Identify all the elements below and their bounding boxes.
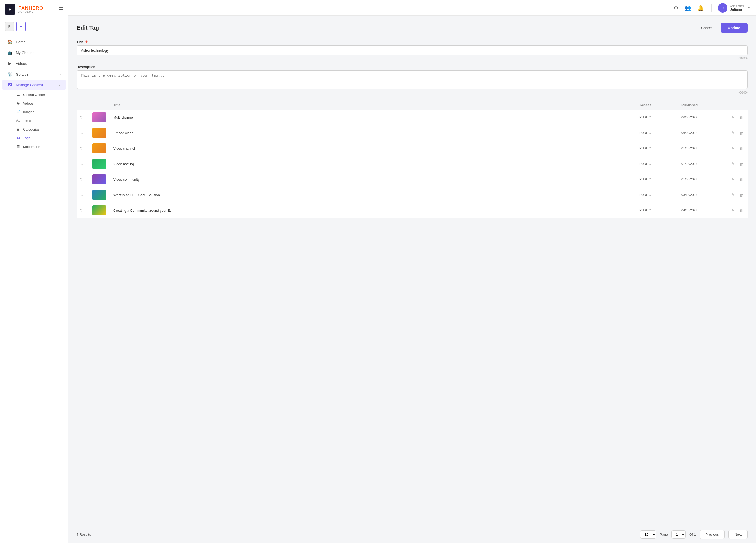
- title-input[interactable]: [77, 45, 748, 55]
- images-icon: 📄: [16, 110, 20, 114]
- cancel-button[interactable]: Cancel: [696, 24, 717, 32]
- sidebar-item-sub-videos[interactable]: ◉ Videos: [2, 99, 66, 107]
- thumbnail-5: [92, 190, 106, 200]
- row-actions-6: ✎ 🗑: [723, 207, 744, 214]
- topbar: ⚙ 👥 🔔 J Administrator Juliana ▾: [68, 0, 756, 16]
- access-cell-1: PUBLIC: [639, 131, 681, 135]
- thumb-cell-4: [92, 174, 113, 184]
- table-row: ⇅ What is an OTT SaaS Solution PUBLIC 03…: [77, 187, 748, 203]
- page-title: Edit Tag: [77, 24, 99, 31]
- update-button[interactable]: Update: [721, 23, 748, 33]
- sort-icon-5: ⇅: [80, 193, 83, 197]
- sort-icon-6: ⇅: [80, 208, 83, 212]
- sort-icon-1: ⇅: [80, 131, 83, 135]
- sidebar-item-texts-label: Texts: [23, 119, 31, 123]
- title-cell-6: Creating a Community around your Ed...: [113, 208, 639, 212]
- hamburger-button[interactable]: ☰: [59, 6, 63, 13]
- manage-content-icon: 🖼: [7, 82, 13, 87]
- description-label: Description: [77, 65, 748, 69]
- description-textarea[interactable]: [77, 70, 748, 89]
- sort-icon-2: ⇅: [80, 146, 83, 150]
- sort-icon-3: ⇅: [80, 162, 83, 166]
- page-label: Page: [660, 532, 668, 536]
- edit-button-6[interactable]: ✎: [730, 207, 736, 214]
- sort-handle-2[interactable]: ⇅: [80, 146, 92, 151]
- delete-button-0[interactable]: 🗑: [738, 114, 744, 121]
- col-access: Access: [639, 103, 681, 107]
- edit-button-3[interactable]: ✎: [730, 160, 736, 167]
- topbar-user[interactable]: J Administrator Juliana ▾: [718, 3, 750, 13]
- published-cell-5: 03/14/2023: [681, 193, 723, 197]
- thumb-cell-2: [92, 143, 113, 153]
- go-live-arrow-icon: ›: [60, 72, 61, 76]
- access-cell-3: PUBLIC: [639, 162, 681, 166]
- manage-content-arrow-icon: ∨: [58, 83, 61, 87]
- previous-button[interactable]: Previous: [700, 530, 725, 539]
- sidebar-item-sub-videos-label: Videos: [23, 101, 34, 105]
- notifications-button[interactable]: 🔔: [696, 4, 705, 12]
- thumbnail-3: [92, 159, 106, 169]
- next-button[interactable]: Next: [728, 530, 748, 539]
- table-row: ⇅ Embed video PUBLIC 06/30/2022 ✎ 🗑: [77, 125, 748, 141]
- texts-icon: Aa: [16, 118, 20, 123]
- sidebar-item-manage-content[interactable]: 🖼 Manage Content ∨: [2, 80, 66, 90]
- table-row: ⇅ Video hosting PUBLIC 01/24/2023 ✎ 🗑: [77, 156, 748, 172]
- delete-button-2[interactable]: 🗑: [738, 145, 744, 152]
- sidebar-item-tags[interactable]: 🏷 Tags: [2, 134, 66, 142]
- description-char-count: (0/100): [77, 91, 748, 94]
- delete-button-5[interactable]: 🗑: [738, 191, 744, 198]
- edit-button-2[interactable]: ✎: [730, 145, 736, 152]
- sort-handle-1[interactable]: ⇅: [80, 130, 92, 135]
- moderation-icon: ☰: [16, 144, 20, 149]
- sidebar-item-my-channel[interactable]: 📺 My Channel ›: [2, 48, 66, 58]
- table-row: ⇅ Video channel PUBLIC 01/03/2023 ✎ 🗑: [77, 141, 748, 156]
- sidebar-item-images[interactable]: 📄 Images: [2, 108, 66, 116]
- description-form-group: Description (0/100): [77, 65, 748, 94]
- delete-button-4[interactable]: 🗑: [738, 176, 744, 183]
- sidebar-item-go-live[interactable]: 📡 Go Live ›: [2, 69, 66, 79]
- content-table: Title Access Published ⇅ Multi channel P…: [77, 100, 748, 218]
- sub-videos-icon: ◉: [16, 101, 20, 105]
- sort-handle-6[interactable]: ⇅: [80, 208, 92, 213]
- sidebar-item-categories[interactable]: ⊞ Categories: [2, 125, 66, 133]
- title-char-count: (16/30): [77, 56, 748, 60]
- sidebar-item-videos[interactable]: ▶ Videos: [2, 58, 66, 69]
- col-title: Title: [113, 103, 639, 107]
- user-name: Juliana: [730, 7, 745, 11]
- user-chevron-icon: ▾: [748, 6, 750, 10]
- page-size-select[interactable]: 10 25 50: [640, 530, 656, 539]
- thumbnail-1: [92, 128, 106, 138]
- sort-handle-5[interactable]: ⇅: [80, 192, 92, 197]
- sort-handle-0[interactable]: ⇅: [80, 115, 92, 120]
- edit-button-4[interactable]: ✎: [730, 176, 736, 183]
- sidebar-item-texts[interactable]: Aa Texts: [2, 116, 66, 125]
- edit-button-1[interactable]: ✎: [730, 129, 736, 136]
- main-content: ⚙ 👥 🔔 J Administrator Juliana ▾ Edit Tag…: [68, 0, 756, 543]
- table-row: ⇅ Video community PUBLIC 01/30/2023 ✎ 🗑: [77, 172, 748, 187]
- sidebar-item-images-label: Images: [23, 110, 34, 114]
- table-row: ⇅ Creating a Community around your Ed...…: [77, 203, 748, 218]
- add-channel-button[interactable]: +: [16, 22, 26, 31]
- edit-button-5[interactable]: ✎: [730, 191, 736, 198]
- users-button[interactable]: 👥: [684, 4, 692, 12]
- sort-handle-4[interactable]: ⇅: [80, 177, 92, 182]
- title-form-group: Title ★ (16/30): [77, 40, 748, 60]
- table-rows-container: ⇅ Multi channel PUBLIC 06/30/2022 ✎ 🗑 ⇅ …: [77, 110, 748, 218]
- col-sort: [80, 103, 92, 107]
- thumb-cell-5: [92, 190, 113, 200]
- sidebar-item-home[interactable]: 🏠 Home: [2, 37, 66, 47]
- settings-button[interactable]: ⚙: [673, 4, 679, 12]
- sort-handle-3[interactable]: ⇅: [80, 161, 92, 166]
- delete-button-1[interactable]: 🗑: [738, 129, 744, 136]
- edit-button-0[interactable]: ✎: [730, 114, 736, 121]
- title-cell-5: What is an OTT SaaS Solution: [113, 193, 639, 197]
- sidebar-item-tags-label: Tags: [23, 136, 30, 140]
- delete-button-3[interactable]: 🗑: [738, 160, 744, 167]
- delete-button-6[interactable]: 🗑: [738, 207, 744, 214]
- sidebar-item-upload-center[interactable]: ☁ Upload Center: [2, 90, 66, 99]
- access-cell-5: PUBLIC: [639, 193, 681, 197]
- page-number-select[interactable]: 1: [671, 530, 686, 539]
- sidebar-item-videos-label: Videos: [16, 61, 61, 66]
- sidebar-item-moderation[interactable]: ☰ Moderation: [2, 142, 66, 151]
- sidebar-item-categories-label: Categories: [23, 127, 40, 131]
